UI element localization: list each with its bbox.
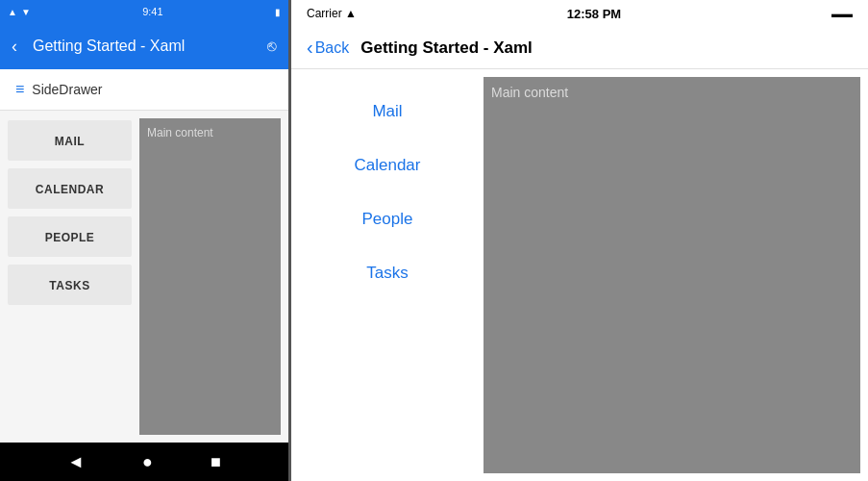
android-app-bar: ‹ Getting Started - Xaml ⎋ [0, 23, 288, 69]
ios-status-bar: Carrier ▲ 12:58 PM ▬▬ [291, 0, 868, 27]
ios-device: Carrier ▲ 12:58 PM ▬▬ ‹ Back Getting Sta… [291, 0, 868, 481]
ios-nav-item-tasks[interactable]: Tasks [291, 250, 484, 296]
android-back-button[interactable]: ‹ [12, 37, 17, 57]
ios-carrier: Carrier ▲ [307, 7, 357, 20]
ios-nav-bar: ‹ Back Getting Started - Xaml [291, 27, 868, 69]
android-nav-list: MAIL CALENDAR PEOPLE TASKS [0, 111, 139, 443]
android-status-left: ▲ ▼ [8, 7, 31, 17]
android-nav-calendar-label: CALENDAR [36, 183, 104, 196]
android-drawer-header: ≡ SideDrawer [0, 69, 288, 111]
android-nav-item-calendar[interactable]: CALENDAR [8, 168, 132, 209]
hamburger-icon[interactable]: ≡ [15, 81, 24, 98]
ios-nav-mail-label: Mail [372, 102, 402, 120]
android-share-button[interactable]: ⎋ [267, 38, 277, 55]
android-main-content-area: Main content [139, 118, 281, 435]
android-drawer-body: MAIL CALENDAR PEOPLE TASKS Main content [0, 111, 288, 443]
ios-nav-people-label: People [362, 210, 413, 228]
android-nav-item-people[interactable]: PEOPLE [8, 216, 132, 257]
android-back-nav-button[interactable]: ◄ [67, 452, 85, 472]
android-nav-people-label: PEOPLE [45, 231, 95, 244]
ios-nav-item-calendar[interactable]: Calendar [291, 142, 484, 189]
ios-back-chevron-icon: ‹ [307, 37, 313, 59]
ios-nav-list: Mail Calendar People Tasks [291, 69, 484, 481]
android-main-content-label: Main content [147, 126, 213, 139]
ios-nav-tasks-label: Tasks [366, 264, 408, 282]
drawer-title: SideDrawer [32, 82, 102, 97]
android-nav-tasks-label: TASKS [49, 279, 89, 292]
ios-nav-item-mail[interactable]: Mail [291, 89, 484, 135]
android-app-title: Getting Started - Xaml [33, 38, 252, 55]
android-content: ≡ SideDrawer MAIL CALENDAR PEOPLE TASKS [0, 69, 288, 443]
android-home-nav-button[interactable]: ● [142, 452, 153, 472]
android-nav-mail-label: MAIL [55, 135, 85, 148]
android-nav-item-tasks[interactable]: TASKS [8, 265, 132, 305]
ios-battery: ▬▬ [831, 8, 853, 19]
ios-battery-icon: ▬▬ [831, 8, 853, 19]
ios-time: 12:58 PM [567, 7, 621, 21]
ios-main-content-label: Main content [491, 85, 568, 100]
ios-page-title: Getting Started - Xaml [360, 38, 533, 58]
ios-back-label: Back [315, 39, 350, 57]
ios-content: Mail Calendar People Tasks Main content [291, 69, 868, 481]
android-nav-item-mail[interactable]: MAIL [8, 120, 132, 161]
android-battery-icon: ▮ [275, 7, 281, 17]
android-signal-icon: ▲ [8, 7, 17, 17]
ios-nav-calendar-label: Calendar [355, 156, 421, 174]
android-time: 9:41 [142, 6, 162, 17]
android-recent-nav-button[interactable]: ■ [211, 452, 221, 472]
ios-back-button[interactable]: ‹ Back [307, 37, 349, 59]
android-nav-bar: ◄ ● ■ [0, 443, 288, 481]
android-status-icons: ▮ [275, 7, 281, 17]
android-wifi-icon: ▼ [21, 7, 31, 17]
android-device: ▲ ▼ 9:41 ▮ ‹ Getting Started - Xaml ⎋ ≡ … [0, 0, 288, 481]
android-status-bar: ▲ ▼ 9:41 ▮ [0, 0, 288, 23]
ios-wifi-icon: ▲ [345, 7, 357, 20]
ios-nav-item-people[interactable]: People [291, 196, 484, 242]
ios-main-content-area: Main content [484, 77, 860, 473]
